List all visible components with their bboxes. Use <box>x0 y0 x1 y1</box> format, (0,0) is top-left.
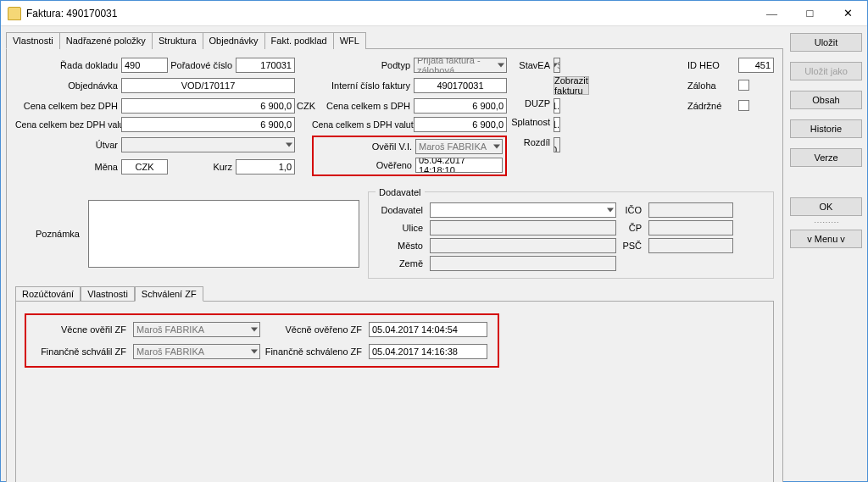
lbl-mesto: Město <box>376 241 426 251</box>
lbl-dodavatel: Dodavatel <box>376 205 426 215</box>
cp-output <box>648 220 733 235</box>
lbl-fin-schvalil-zf: Finančně schválil ZF <box>36 346 130 357</box>
lbl-vecne-overeno-zf: Věcně ověřeno ZF <box>264 324 365 335</box>
podtyp-combo[interactable]: Přijatá faktura - zálohová <box>414 58 507 73</box>
zadrzne-checkbox[interactable] <box>738 100 749 111</box>
verze-button[interactable]: Verze <box>790 148 862 167</box>
sub-body: Věcne ověřil ZF Maroš FABRIKA Věcně ověř… <box>15 302 774 482</box>
overil-vi-combo[interactable]: Maroš FABRIKA <box>415 139 503 154</box>
lbl-rada-dokladu: Řada dokladu <box>15 60 121 70</box>
dodavatel-combo[interactable] <box>430 202 616 218</box>
tab-wfl[interactable]: WFL <box>333 32 366 49</box>
cena-bez-dph-input[interactable]: 6 900,0 <box>121 98 295 114</box>
lbl-poradove-cislo: Pořadové číslo <box>168 60 236 70</box>
stavea-combo[interactable]: Schváleno <box>554 58 560 73</box>
lbl-idheo: ID HEO <box>687 60 738 70</box>
cena-s-dph-input[interactable]: 6 900,0 <box>414 98 507 114</box>
lbl-ulice: Ulice <box>376 223 426 233</box>
lbl-zadrzne: Zádržné <box>687 101 738 111</box>
side-panel: Uložit Uložit jako Obsah Historie Verze … <box>790 31 862 482</box>
tab-fakt-podklad[interactable]: Fakt. podklad <box>264 32 334 49</box>
lbl-poznamka: Poznámka <box>15 229 83 239</box>
interni-cislo-input[interactable]: 490170031 <box>414 78 507 93</box>
lbl-vecne-overil-zf: Věcne ověřil ZF <box>36 324 130 335</box>
lbl-stavea: StavEA <box>507 60 554 70</box>
objednavka-input[interactable]: VOD/170117 <box>121 78 295 93</box>
minimize-button[interactable]: — <box>753 1 791 25</box>
mesto-output <box>430 238 616 253</box>
lbl-kurz: Kurz <box>168 162 236 172</box>
gripper-icon: ⋯⋯⋯ <box>790 219 862 226</box>
lbl-psc: PSČ <box>620 241 645 251</box>
lbl-splatnost: Splatnost <box>507 117 554 132</box>
cena-bez-dph-valuty-input[interactable]: 6 900,0 <box>121 117 295 132</box>
lbl-interni-cislo: Interní číslo faktury <box>312 80 414 91</box>
rozdil-output: 6 900,0 <box>554 137 560 152</box>
lbl-rozdil: Rozdíl <box>507 137 554 152</box>
lbl-duzp: DUZP <box>507 98 554 114</box>
mena-input[interactable]: CZK <box>121 159 168 175</box>
subtab-schvaleni-zf[interactable]: Schválení ZF <box>135 286 203 302</box>
lbl-cena-bez-dph-valuty: Cena celkem bez DPH valuty <box>15 119 121 130</box>
fin-schvalil-zf-combo[interactable]: Maroš FABRIKA <box>133 344 260 359</box>
titlebar: Faktura: 490170031 — □ ✕ <box>1 1 867 26</box>
document-icon <box>8 7 21 20</box>
lbl-objednavka: Objednávka <box>15 80 121 91</box>
lbl-zeme: Země <box>376 258 426 269</box>
tab-struktura[interactable]: Struktura <box>152 32 203 49</box>
ok-button[interactable]: OK <box>790 197 862 216</box>
utvar-combo[interactable] <box>121 137 295 152</box>
historie-button[interactable]: Historie <box>790 119 862 138</box>
sub-tabs: Rozúčtování Vlastnosti Schválení ZF <box>15 285 774 302</box>
maximize-button[interactable]: □ <box>791 1 829 25</box>
lbl-cena-bez-dph: Cena celkem bez DPH <box>15 101 121 111</box>
ulozit-jako-button[interactable]: Uložit jako <box>790 62 862 80</box>
cena-s-dph-valuty-input[interactable]: 6 900,0 <box>414 117 507 132</box>
subtab-vlastnosti[interactable]: Vlastnosti <box>81 286 135 302</box>
kurz-input[interactable]: 1,0 <box>236 159 295 175</box>
zaloha-checkbox[interactable] <box>738 80 749 91</box>
poradove-cislo-input[interactable]: 170031 <box>236 58 295 73</box>
tab-objednavky[interactable]: Objednávky <box>203 32 265 49</box>
tab-body: Řada dokladu 490 Pořadové číslo 170031 P… <box>6 49 783 482</box>
lbl-zaloha: Záloha <box>687 80 738 91</box>
splatnost-input[interactable]: 31.01.2017 <box>554 117 560 132</box>
close-button[interactable]: ✕ <box>829 1 867 25</box>
main-tabs: Vlastnosti Nadřazené položky Struktura O… <box>6 31 783 49</box>
vecne-overeno-zf-input[interactable]: 05.04.2017 14:04:54 <box>369 322 487 337</box>
lbl-ico: IČO <box>620 205 645 215</box>
lbl-mena: Měna <box>15 162 121 172</box>
zeme-output <box>430 256 616 271</box>
lbl-podtyp: Podtyp <box>312 60 414 70</box>
lbl-czk: CZK <box>295 101 312 111</box>
fin-schvaleno-zf-input[interactable]: 05.04.2017 14:16:38 <box>369 344 487 359</box>
lbl-utvar: Útvar <box>15 140 121 150</box>
lbl-cp: ČP <box>620 223 645 233</box>
overeno-input[interactable]: 05.04.2017 14:18:10 <box>415 158 503 173</box>
app-window: Faktura: 490170031 — □ ✕ Vlastnosti Nadř… <box>0 0 868 482</box>
vecne-overil-zf-combo[interactable]: Maroš FABRIKA <box>133 322 260 337</box>
tab-vlastnosti[interactable]: Vlastnosti <box>6 32 60 49</box>
lbl-fin-schvaleno-zf: Finančně schváleno ZF <box>264 346 365 357</box>
lbl-cena-s-dph: Cena celkem s DPH <box>312 101 414 111</box>
obsah-button[interactable]: Obsah <box>790 91 862 109</box>
window-title: Faktura: 490170031 <box>26 8 753 19</box>
ulozit-button[interactable]: Uložit <box>790 33 862 52</box>
dodavatel-group: Dodavatel Dodavatel IČO Ulice ČP Mě <box>368 191 774 279</box>
lbl-overil-vi: Ověřil V.I. <box>316 141 415 152</box>
dodavatel-group-title: Dodavatel <box>376 187 425 197</box>
rada-dokladu-input[interactable]: 490 <box>121 58 168 73</box>
ico-output <box>648 202 733 218</box>
poznamka-textarea[interactable] <box>88 200 359 268</box>
duzp-input[interactable]: 17.01.2017 <box>554 98 560 114</box>
subtab-rozuctovani[interactable]: Rozúčtování <box>15 286 81 302</box>
lbl-cena-s-dph-valuty: Cena celkem s DPH valuty <box>312 119 414 130</box>
idheo-input[interactable]: 451 <box>738 58 774 73</box>
ulice-output <box>430 220 616 235</box>
lbl-overeno: Ověřeno <box>316 160 415 170</box>
menu-button[interactable]: v Menu v <box>790 230 862 248</box>
zobrazit-fakturu-button[interactable]: Zobrazit fakturu <box>554 76 589 95</box>
tab-nadrazene[interactable]: Nadřazené položky <box>59 32 153 49</box>
psc-output <box>648 238 733 253</box>
